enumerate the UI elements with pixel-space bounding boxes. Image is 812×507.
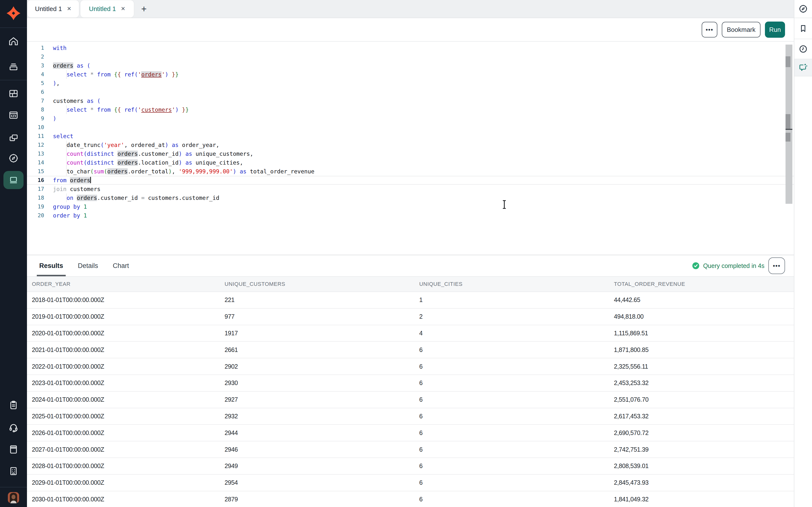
table-cell[interactable]: 2,742,751.39: [609, 441, 794, 458]
table-cell[interactable]: 6: [414, 474, 609, 491]
table-cell[interactable]: 6: [414, 375, 609, 391]
code-line[interactable]: 11select: [27, 132, 794, 140]
table-cell[interactable]: 2,808,539.01: [609, 458, 794, 474]
table-row[interactable]: 2026-01-01T00:00:00.000Z294462,690,570.7…: [27, 425, 794, 441]
table-row[interactable]: 2027-01-01T00:00:00.000Z294662,742,751.3…: [27, 441, 794, 458]
table-cell[interactable]: 6: [414, 341, 609, 358]
code-line[interactable]: 3orders as (: [27, 61, 794, 70]
sidebar-item-connections[interactable]: [0, 128, 27, 148]
table-cell[interactable]: 2949: [220, 458, 414, 474]
panel-item-discover[interactable]: [794, 0, 812, 18]
table-cell[interactable]: 2902: [220, 358, 414, 375]
table-cell[interactable]: 1917: [220, 325, 414, 342]
table-cell[interactable]: 221: [220, 292, 414, 308]
table-row[interactable]: 2020-01-01T00:00:00.000Z191741,115,869.5…: [27, 325, 794, 342]
code-line[interactable]: 16from orders: [27, 176, 794, 185]
table-cell[interactable]: 6: [414, 425, 609, 441]
sidebar-item-docs[interactable]: [0, 439, 27, 459]
table-cell[interactable]: 2020-01-01T00:00:00.000Z: [27, 325, 220, 342]
code-line[interactable]: 5),: [27, 79, 794, 88]
new-tab-button[interactable]: +: [141, 4, 147, 13]
panel-item-bookmarks[interactable]: [794, 18, 812, 39]
table-row[interactable]: 2023-01-01T00:00:00.000Z293062,453,253.3…: [27, 375, 794, 391]
tab-untitled-2[interactable]: Untitled 1 ✕: [80, 0, 134, 18]
table-cell[interactable]: 2027-01-01T00:00:00.000Z: [27, 441, 220, 458]
code-line[interactable]: 8 select * from {{ ref('customers') }}: [27, 105, 794, 114]
sidebar-item-dashboards[interactable]: [0, 84, 27, 103]
table-cell[interactable]: 2026-01-01T00:00:00.000Z: [27, 425, 220, 441]
table-row[interactable]: 2025-01-01T00:00:00.000Z293262,617,453.3…: [27, 408, 794, 425]
code-line[interactable]: 20order by 1: [27, 211, 794, 220]
column-header[interactable]: UNIQUE_CITIES: [414, 277, 609, 292]
panel-item-ai-assistant[interactable]: [794, 59, 812, 76]
column-header[interactable]: UNIQUE_CUSTOMERS: [220, 277, 414, 292]
table-row[interactable]: 2022-01-01T00:00:00.000Z290262,325,556.1…: [27, 358, 794, 375]
table-cell[interactable]: 2930: [220, 375, 414, 391]
code-line[interactable]: 18 on orders.customer_id = customers.cus…: [27, 193, 794, 202]
table-cell[interactable]: 2021-01-01T00:00:00.000Z: [27, 341, 220, 358]
table-cell[interactable]: 6: [414, 358, 609, 375]
sidebar-item-home[interactable]: [0, 31, 27, 51]
table-cell[interactable]: 2,325,556.11: [609, 358, 794, 375]
code-line[interactable]: 12 date_trunc('year', ordered_at) as ord…: [27, 140, 794, 150]
panel-item-history[interactable]: [794, 39, 812, 59]
table-cell[interactable]: 2944: [220, 425, 414, 441]
sidebar-item-explore[interactable]: [0, 149, 27, 168]
table-cell[interactable]: 2946: [220, 441, 414, 458]
table-cell[interactable]: 2019-01-01T00:00:00.000Z: [27, 308, 220, 325]
table-cell[interactable]: 2,453,253.32: [609, 375, 794, 391]
column-header[interactable]: TOTAL_ORDER_REVENUE: [609, 277, 794, 292]
sidebar-item-archive[interactable]: [0, 57, 27, 76]
table-cell[interactable]: 2,845,473.93: [609, 474, 794, 491]
table-cell[interactable]: 6: [414, 391, 609, 408]
table-cell[interactable]: 2: [414, 308, 609, 325]
table-cell[interactable]: 494,818.00: [609, 308, 794, 325]
tab-untitled-1[interactable]: Untitled 1 ✕: [27, 0, 80, 18]
close-icon[interactable]: ✕: [121, 6, 125, 12]
table-cell[interactable]: 2018-01-01T00:00:00.000Z: [27, 292, 220, 308]
code-line[interactable]: 9): [27, 114, 794, 123]
more-options-button[interactable]: •••: [702, 22, 717, 38]
table-cell[interactable]: 1,841,049.32: [609, 491, 794, 507]
code-line[interactable]: 17join customers: [27, 185, 794, 193]
table-cell[interactable]: 6: [414, 408, 609, 425]
code-line[interactable]: 10: [27, 123, 794, 132]
table-row[interactable]: 2024-01-01T00:00:00.000Z292762,551,076.7…: [27, 391, 794, 408]
table-cell[interactable]: 1,871,800.85: [609, 341, 794, 358]
table-cell[interactable]: 2,617,453.32: [609, 408, 794, 425]
editor-scrollbar[interactable]: [785, 45, 793, 204]
table-cell[interactable]: 2024-01-01T00:00:00.000Z: [27, 391, 220, 408]
table-cell[interactable]: 2023-01-01T00:00:00.000Z: [27, 375, 220, 391]
code-line[interactable]: 13 count(distinct orders.customer_id) as…: [27, 150, 794, 158]
table-cell[interactable]: 2927: [220, 391, 414, 408]
run-button[interactable]: Run: [765, 21, 785, 38]
scrollbar-thumb[interactable]: [785, 56, 791, 67]
dbt-logo[interactable]: [0, 4, 27, 22]
user-avatar[interactable]: [0, 488, 27, 507]
code-line[interactable]: 2: [27, 52, 794, 61]
code-line[interactable]: 15 to_char(sum(orders.order_total), '999…: [27, 167, 794, 176]
table-cell[interactable]: 2,551,076.70: [609, 391, 794, 408]
table-cell[interactable]: 2025-01-01T00:00:00.000Z: [27, 408, 220, 425]
table-row[interactable]: 2019-01-01T00:00:00.000Z9772494,818.00: [27, 308, 794, 325]
table-row[interactable]: 2018-01-01T00:00:00.000Z221144,442.65: [27, 292, 794, 308]
code-line[interactable]: 14 count(distinct orders.location_id) as…: [27, 158, 794, 167]
table-cell[interactable]: 2022-01-01T00:00:00.000Z: [27, 358, 220, 375]
table-cell[interactable]: 2954: [220, 474, 414, 491]
sidebar-item-organization[interactable]: [0, 461, 27, 481]
table-cell[interactable]: 2879: [220, 491, 414, 507]
table-cell[interactable]: 6: [414, 441, 609, 458]
code-line[interactable]: 7customers as (: [27, 97, 794, 105]
table-cell[interactable]: 2661: [220, 341, 414, 358]
sidebar-item-code-editor[interactable]: [0, 105, 27, 125]
sidebar-item-tasks[interactable]: [0, 395, 27, 415]
table-row[interactable]: 2028-01-01T00:00:00.000Z294962,808,539.0…: [27, 458, 794, 474]
tab-results[interactable]: Results: [39, 255, 63, 276]
code-line[interactable]: 19group by 1: [27, 202, 794, 211]
table-cell[interactable]: 1,115,869.51: [609, 325, 794, 342]
sql-editor[interactable]: 1with23orders as (4 select * from {{ ref…: [27, 42, 794, 255]
tab-chart[interactable]: Chart: [113, 255, 129, 276]
table-cell[interactable]: 2030-01-01T00:00:00.000Z: [27, 491, 220, 507]
table-row[interactable]: 2029-01-01T00:00:00.000Z295462,845,473.9…: [27, 474, 794, 491]
table-cell[interactable]: 977: [220, 308, 414, 325]
